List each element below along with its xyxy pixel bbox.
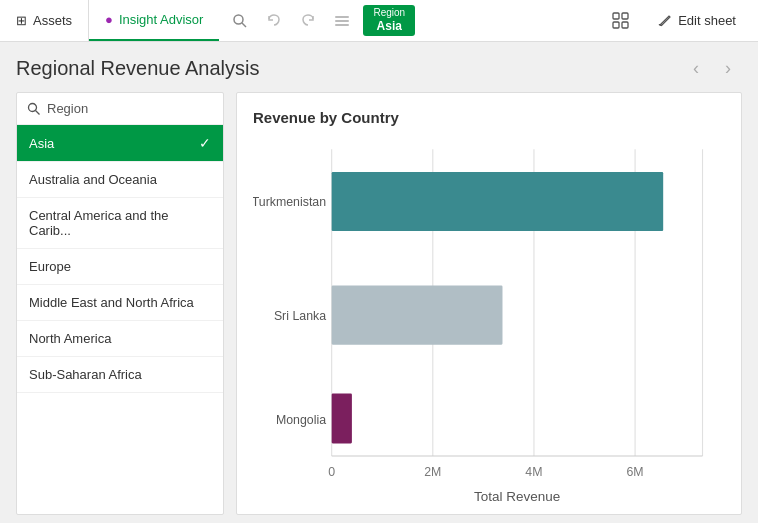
svg-rect-4 xyxy=(335,24,349,26)
insight-advisor-label: Insight Advisor xyxy=(119,12,204,27)
pencil-icon xyxy=(658,14,672,28)
page-title: Regional Revenue Analysis xyxy=(16,57,682,80)
svg-text:Turkmenistan: Turkmenistan xyxy=(253,195,326,209)
region-item-label: Central America and the Carib... xyxy=(29,208,211,238)
edit-sheet-button[interactable]: Edit sheet xyxy=(648,9,746,32)
region-chip-line2: Asia xyxy=(377,19,402,33)
svg-text:Sri Lanka: Sri Lanka xyxy=(274,309,326,323)
redo-icon-btn[interactable] xyxy=(293,6,323,36)
selected-checkmark-icon: ✓ xyxy=(199,135,211,151)
svg-rect-7 xyxy=(613,22,619,28)
region-sidebar: Region Asia✓Australia and OceaniaCentral… xyxy=(16,92,224,515)
svg-text:6M: 6M xyxy=(627,465,644,479)
svg-rect-6 xyxy=(622,13,628,19)
chart-svg-wrap: Turkmenistan Sri Lanka Mongolia 0 2M 4M … xyxy=(253,138,725,523)
svg-text:4M: 4M xyxy=(525,465,542,479)
svg-rect-8 xyxy=(622,22,628,28)
region-item-label: Asia xyxy=(29,136,54,151)
svg-rect-2 xyxy=(335,16,349,18)
svg-rect-5 xyxy=(613,13,619,19)
redo-icon xyxy=(300,13,316,29)
sidebar-search-icon xyxy=(27,102,41,116)
chart-container: Revenue by Country Turkmenistan xyxy=(236,92,742,515)
svg-line-11 xyxy=(36,110,40,114)
insight-advisor-tab[interactable]: ● Insight Advisor xyxy=(89,0,219,41)
assets-tab[interactable]: ⊞ Assets xyxy=(0,0,89,41)
undo-icon-btn[interactable] xyxy=(259,6,289,36)
region-item-label: Australia and Oceania xyxy=(29,172,157,187)
region-list-item[interactable]: Europe xyxy=(17,249,223,285)
region-list-item[interactable]: Asia✓ xyxy=(17,125,223,162)
undo-icon xyxy=(266,13,282,29)
svg-line-1 xyxy=(242,23,246,27)
sidebar-search[interactable]: Region xyxy=(17,93,223,125)
svg-rect-3 xyxy=(335,20,349,22)
region-item-label: Middle East and North Africa xyxy=(29,295,194,310)
bar-turkmenistan[interactable] xyxy=(332,172,664,231)
svg-text:Total Revenue: Total Revenue xyxy=(474,489,560,504)
zoom-icon-btn[interactable] xyxy=(225,6,255,36)
next-arrow-button[interactable]: › xyxy=(714,54,742,82)
grid-view-icon xyxy=(612,12,630,30)
assets-icon: ⊞ xyxy=(16,13,27,28)
svg-point-10 xyxy=(29,103,37,111)
region-list-item[interactable]: Australia and Oceania xyxy=(17,162,223,198)
bar-chart-svg: Turkmenistan Sri Lanka Mongolia 0 2M 4M … xyxy=(253,138,725,523)
top-nav: ⊞ Assets ● Insight Advisor xyxy=(0,0,758,42)
region-list-item[interactable]: Central America and the Carib... xyxy=(17,198,223,249)
edit-sheet-label: Edit sheet xyxy=(678,13,736,28)
svg-point-0 xyxy=(234,15,243,24)
svg-text:0: 0 xyxy=(328,465,335,479)
toolbar-icons xyxy=(219,6,363,36)
nav-arrows: ‹ › xyxy=(682,54,742,82)
region-list-item[interactable]: Middle East and North Africa xyxy=(17,285,223,321)
region-item-label: Europe xyxy=(29,259,71,274)
more-toolbar-icon-btn[interactable] xyxy=(327,6,357,36)
sidebar-search-label: Region xyxy=(47,101,88,116)
prev-arrow-button[interactable]: ‹ xyxy=(682,54,710,82)
region-list-item[interactable]: Sub-Saharan Africa xyxy=(17,357,223,393)
region-list-item[interactable]: North America xyxy=(17,321,223,357)
region-item-label: North America xyxy=(29,331,111,346)
region-chip-line1: Region xyxy=(373,7,405,19)
region-item-label: Sub-Saharan Africa xyxy=(29,367,142,382)
main-content: Region Asia✓Australia and OceaniaCentral… xyxy=(16,92,742,515)
insight-advisor-icon: ● xyxy=(105,12,113,27)
svg-text:2M: 2M xyxy=(424,465,441,479)
right-tools: Edit sheet xyxy=(590,8,758,34)
page-area: Regional Revenue Analysis ‹ › Region Asi… xyxy=(0,42,758,523)
bar-srilanka[interactable] xyxy=(332,286,503,345)
page-title-row: Regional Revenue Analysis ‹ › xyxy=(16,54,742,82)
more-toolbar-icon xyxy=(334,13,350,29)
svg-text:Mongolia: Mongolia xyxy=(276,413,326,427)
assets-label: Assets xyxy=(33,13,72,28)
region-chip[interactable]: Region Asia xyxy=(363,5,415,35)
region-list: Asia✓Australia and OceaniaCentral Americ… xyxy=(17,125,223,514)
chart-title: Revenue by Country xyxy=(253,109,725,126)
bar-mongolia[interactable] xyxy=(332,394,352,444)
grid-view-button[interactable] xyxy=(602,8,640,34)
zoom-icon xyxy=(232,13,248,29)
